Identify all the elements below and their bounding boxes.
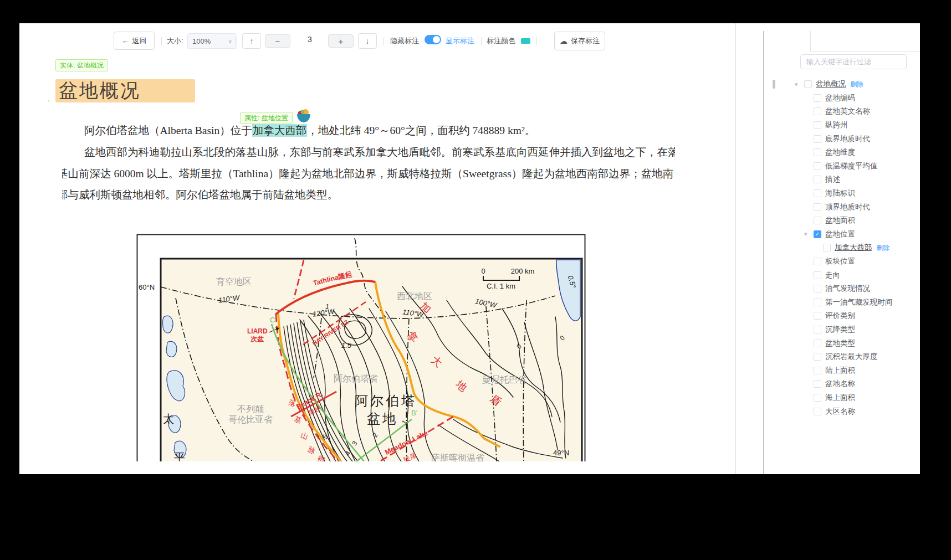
page-down-button[interactable]: ↓ — [358, 33, 377, 49]
tree-item-label[interactable]: 盆地名称 — [825, 379, 855, 389]
delete-link[interactable]: 删除 — [877, 243, 890, 253]
tree-item-label[interactable]: 描述 — [825, 174, 840, 184]
tree-item-label[interactable]: 盆地编码 — [825, 93, 855, 103]
tree-checkbox[interactable]: ✓ — [814, 230, 821, 238]
pacific-label: 太 — [163, 413, 174, 425]
tree-checkbox[interactable] — [814, 353, 821, 361]
expand-arrow-icon[interactable]: ▾ — [804, 230, 814, 238]
tree-item-label[interactable]: 陆上面积 — [825, 366, 855, 376]
heading-highlight[interactable]: 盆地概况 — [55, 79, 195, 102]
svg-text:LIARD: LIARD — [247, 327, 268, 335]
tree-checkbox[interactable] — [814, 299, 821, 306]
tree-checkbox[interactable] — [814, 94, 821, 102]
fruit-bowl-emoji-icon — [295, 107, 312, 124]
save-annotation-button[interactable]: ☁ 保存标注 — [554, 32, 605, 50]
tree-checkbox[interactable] — [814, 380, 821, 388]
tree-item-label[interactable]: 沉降类型 — [825, 325, 855, 335]
tree-checkbox[interactable] — [814, 367, 821, 374]
tree-row: 大区名称 — [792, 404, 920, 418]
tree-checkbox[interactable] — [814, 394, 821, 402]
tree-item-label[interactable]: 低温梯度平均值 — [825, 161, 878, 171]
annotation-color-label: 标注颜色 — [487, 37, 515, 45]
tree-checkbox[interactable] — [814, 203, 821, 211]
tree-checkbox[interactable] — [814, 135, 821, 143]
tree-checkbox[interactable] — [814, 312, 821, 320]
tree-checkbox[interactable] — [804, 80, 812, 88]
tree-item-label[interactable]: 油气发现情况 — [825, 284, 870, 294]
tree-row: 底界地质时代 — [792, 132, 920, 146]
show-annotation-label: 显示标注 — [446, 37, 474, 45]
entity-annotation-tag[interactable]: 实体: 盆地概况 — [55, 59, 108, 71]
toggle-knob — [433, 36, 440, 43]
filter-input[interactable] — [800, 54, 907, 69]
back-arrow-icon: ← — [122, 37, 129, 45]
tree-item-label[interactable]: 盆地维度 — [825, 147, 855, 157]
svg-text:B': B' — [411, 409, 417, 417]
tree-checkbox[interactable] — [823, 244, 831, 251]
tree-row: 盆地英文名称 — [792, 105, 920, 119]
tree-item-label[interactable]: 盆地英文名称 — [825, 106, 870, 116]
tree-item-label[interactable]: 评价类别 — [825, 311, 855, 321]
paragraph-line: 基山前深达 6000m 以上。塔斯里拉（Tathlina）隆起为盆地北部边界，斯… — [62, 163, 675, 185]
annotation-color-swatch[interactable] — [521, 38, 530, 44]
tree-checkbox[interactable] — [814, 326, 821, 333]
tree-item-label[interactable]: 底界地质时代 — [825, 134, 870, 144]
arrow-up-icon: ↑ — [250, 37, 254, 45]
delete-link[interactable]: 删除 — [850, 80, 863, 89]
tree-checkbox[interactable] — [814, 271, 821, 279]
page-up-button[interactable]: ↑ — [242, 33, 261, 49]
tree-item-label[interactable]: 海上面积 — [825, 393, 855, 403]
tree-item-label[interactable]: 盆地位置 — [825, 229, 855, 239]
tree-row: 海陆标识 — [792, 187, 920, 201]
tree-checkbox[interactable] — [814, 121, 821, 129]
tree-item-label[interactable]: 纵跨州 — [825, 120, 848, 130]
chevron-down-icon: ∨ — [228, 38, 232, 44]
expand-arrow-icon[interactable]: ▾ — [795, 81, 804, 88]
location-highlight[interactable]: 加拿大西部 — [252, 124, 308, 137]
tree-item-label[interactable]: 走向 — [825, 270, 840, 280]
tree-item-label[interactable]: 盆地类型 — [825, 338, 855, 348]
page-number-input[interactable]: 3 — [301, 35, 319, 44]
tree-checkbox[interactable] — [814, 408, 821, 415]
tree-item-label[interactable]: 顶界地质时代 — [825, 202, 870, 212]
paragraph-line: 盆地西部为科迪勒拉山系北段的落基山脉，东部与前寒武系加拿大地盾毗邻。前寒武系基底… — [62, 142, 675, 163]
tree-item-label[interactable]: 第一油气藏发现时间 — [825, 297, 893, 307]
tree-row: ▾✓盆地位置 — [792, 228, 920, 242]
tree-checkbox[interactable] — [814, 285, 821, 292]
tree-checkbox[interactable] — [814, 340, 821, 347]
page-edge-divider — [735, 23, 736, 474]
tree-checkbox[interactable] — [814, 258, 821, 265]
zoom-value: 100% — [192, 37, 211, 45]
tree-item-label[interactable]: 板块位置 — [825, 256, 855, 266]
svg-text:200 km: 200 km — [511, 267, 535, 275]
svg-text:C: C — [270, 316, 275, 324]
zoom-out-button[interactable]: − — [265, 34, 290, 48]
basin-name-label: 盆地 — [367, 411, 398, 426]
region-label: 育空地区 — [216, 277, 252, 286]
tree-item-label[interactable]: 沉积岩最大厚度 — [825, 352, 878, 362]
arrow-down-icon: ↓ — [366, 37, 370, 45]
tree-item-label[interactable]: 大区名称 — [825, 407, 855, 417]
tree-checkbox[interactable] — [814, 148, 821, 156]
annotation-toggle[interactable] — [425, 35, 441, 44]
tree-checkbox[interactable] — [814, 189, 821, 197]
tree-checkbox[interactable] — [814, 176, 821, 183]
region-label: 阿尔伯塔省 — [334, 374, 378, 383]
tree-item-label[interactable]: 海陆标识 — [825, 188, 855, 198]
back-button[interactable]: ← 返回 — [114, 32, 155, 50]
tree-item-label[interactable]: 加拿大西部 — [835, 243, 872, 253]
app-window: ← 返回 大小: 100% ∨ ↑ − 3 + ↓ 隐藏标注 显示标注 标注颜色 — [19, 23, 920, 474]
tree-item-label[interactable]: 盆地概况 — [816, 79, 846, 89]
scrollbar-thumb[interactable] — [773, 80, 775, 89]
zoom-in-button[interactable]: + — [328, 34, 354, 48]
tree-checkbox[interactable] — [814, 107, 821, 115]
tree-row: 盆地维度 — [792, 146, 920, 160]
tree-checkbox[interactable] — [814, 162, 821, 170]
zoom-select[interactable]: 100% ∨ — [187, 33, 237, 49]
region-label: 哥伦比亚省 — [228, 415, 273, 424]
tree-item-label[interactable]: 盆地面积 — [825, 215, 855, 225]
attribute-annotation-tag[interactable]: 属性: 盆地位置 — [240, 112, 293, 124]
pacific-label: 平 — [174, 451, 185, 461]
svg-text:1: 1 — [325, 303, 329, 311]
tree-checkbox[interactable] — [814, 217, 821, 224]
